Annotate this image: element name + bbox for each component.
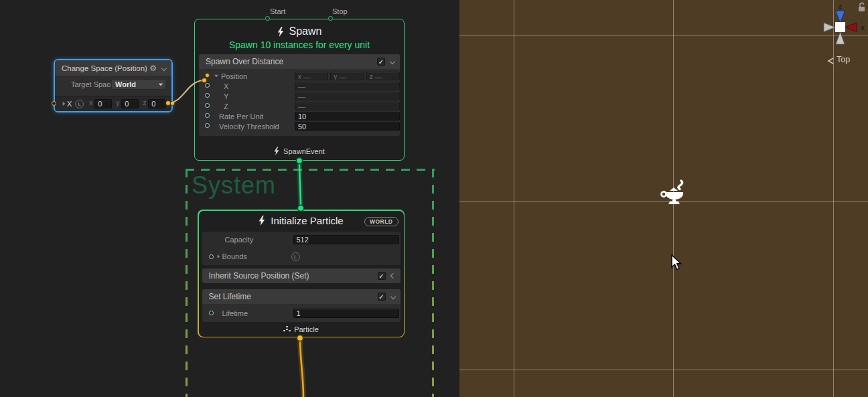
gizmo-x-axis-label: x	[861, 23, 865, 31]
bounds-local-badge[interactable]: L	[291, 252, 300, 261]
particle-output-row: Particle	[199, 325, 404, 333]
gizmo-center-cube	[835, 22, 845, 32]
scene-grid-line	[459, 35, 868, 35]
x-port[interactable]	[205, 83, 210, 88]
spawn-event-output-row: SpawnEvent	[195, 147, 404, 155]
spawn-title: Spawn	[289, 25, 322, 37]
y-port[interactable]	[205, 93, 210, 98]
initialize-title: Initialize Particle	[271, 215, 343, 226]
capacity-field[interactable]: 512	[293, 235, 399, 244]
gizmo-z-axis-cone	[836, 11, 845, 23]
stop-flow-port[interactable]	[328, 16, 333, 21]
z-port[interactable]	[205, 103, 210, 108]
system-group-border-right	[432, 169, 434, 397]
spawn-over-distance-header[interactable]: Spawn Over Distance ✓	[199, 54, 400, 69]
rate-per-unit-port[interactable]	[205, 113, 210, 118]
dropdown-arrow-icon	[159, 84, 163, 86]
scene-view[interactable]: z x /* gizmo labels bound below */ Top	[459, 0, 868, 397]
collapse-chevron-icon[interactable]	[161, 65, 167, 70]
velocity-threshold-label: Velocity Threshold	[219, 123, 279, 131]
block-enabled-checkbox[interactable]: ✓	[377, 58, 385, 66]
z-value-field[interactable]: 0	[148, 99, 165, 108]
z-label: Z	[224, 102, 228, 110]
spawn-title-row: Spawn	[195, 25, 404, 37]
initialize-settings-panel: Capacity 512 Bounds L	[202, 232, 401, 265]
vfx-graph-canvas[interactable]: System Start Stop Change Space (Position…	[0, 0, 459, 397]
lightning-bolt-icon	[274, 147, 279, 155]
y-field[interactable]: —	[295, 92, 400, 100]
z-field[interactable]: —	[295, 102, 400, 110]
local-space-badge[interactable]: L	[75, 100, 84, 108]
gizmo-x-axis-cone	[845, 23, 857, 32]
spawn-stop-port-label: Stop	[332, 7, 348, 15]
block-collapsed-chevron-icon[interactable]	[390, 272, 395, 278]
settings-gear-icon[interactable]: ⚙	[149, 64, 157, 72]
start-flow-port[interactable]	[265, 16, 270, 21]
view-orientation-label[interactable]: Top	[837, 55, 850, 64]
gizmo-minus-x-cone	[824, 23, 835, 32]
x-value-field[interactable]: 0	[94, 99, 112, 108]
block-title: Inherit Source Position (Set)	[209, 271, 378, 281]
scene-grid-line	[459, 370, 868, 370]
x-field[interactable]: —	[295, 82, 400, 90]
lightning-bolt-icon	[277, 27, 284, 37]
bounds-label: Bounds	[222, 252, 247, 260]
lifetime-label: Lifetime	[222, 309, 248, 317]
block-inherit-source-position[interactable]: Inherit Source Position (Set) ✓	[202, 268, 401, 283]
change-space-header[interactable]: Change Space (Position) ⚙	[55, 60, 171, 76]
position-expand-triangle[interactable]	[214, 75, 218, 78]
block-enabled-checkbox[interactable]: ✓	[378, 272, 386, 280]
visual-effect-lamp-icon[interactable]	[660, 179, 688, 208]
position-z-field: z—	[366, 72, 400, 80]
bounds-expand-triangle[interactable]	[217, 254, 220, 258]
node-initialize-particle[interactable]: Initialize Particle WORLD Capacity 512 B…	[198, 210, 405, 337]
block-enabled-checkbox[interactable]: ✓	[378, 293, 386, 301]
axis-z-label: z	[143, 99, 146, 108]
position-label: Position	[221, 72, 247, 80]
block-set-lifetime[interactable]: Set Lifetime ✓ Lifetime 1	[202, 289, 401, 322]
output-port-position[interactable]	[170, 101, 175, 106]
system-group-border-top	[186, 169, 435, 171]
scene-grid-line	[514, 0, 514, 397]
x-label: X	[224, 82, 228, 90]
rate-per-unit-label: Rate Per Unit	[219, 112, 263, 121]
view-axis-arrow-icon[interactable]	[826, 56, 835, 66]
gizmo-minus-z-cone	[836, 32, 845, 44]
particle-label: Particle	[294, 325, 319, 333]
axis-x-label: x	[89, 99, 92, 108]
node-spawn[interactable]: Spawn Spawn 10 instances for every unit …	[194, 19, 405, 161]
block-spawn-over-distance[interactable]: Spawn Over Distance ✓ Position x— y— z—	[199, 54, 400, 136]
input-port-x[interactable]	[52, 101, 56, 106]
position-y-field: y—	[330, 72, 364, 80]
gizmo-z-axis-label: z	[839, 2, 843, 10]
block-title: Set Lifetime	[209, 292, 378, 301]
world-space-badge[interactable]: WORLD	[364, 217, 399, 226]
velocity-threshold-port[interactable]	[205, 123, 210, 128]
system-group-label: System	[192, 171, 276, 200]
lightning-bolt-icon	[259, 216, 265, 226]
position-port[interactable]	[205, 73, 210, 78]
change-space-title: Change Space (Position)	[60, 64, 149, 72]
lifetime-field[interactable]: 1	[293, 309, 399, 318]
change-space-io-row: X L x0 y0 z0	[55, 96, 171, 111]
y-label: Y	[224, 92, 228, 100]
capacity-label: Capacity	[225, 236, 254, 244]
expand-triangle-icon[interactable]	[63, 102, 66, 106]
target-space-label: Target Space	[71, 80, 115, 88]
spawn-subtitle: Spawn 10 instances for every unit	[195, 39, 404, 50]
velocity-threshold-field[interactable]: 50	[295, 122, 400, 131]
y-value-field[interactable]: 0	[121, 99, 139, 108]
block-title: Spawn Over Distance	[206, 57, 377, 66]
rotation-lock-icon[interactable]	[857, 2, 866, 12]
axis-y-label: y	[116, 99, 119, 108]
block-collapse-chevron-icon[interactable]	[390, 293, 395, 299]
block-collapse-chevron-icon[interactable]	[390, 59, 395, 64]
particle-icon	[283, 326, 291, 333]
bounds-port[interactable]	[209, 254, 214, 259]
target-space-dropdown[interactable]: World	[111, 79, 166, 90]
lifetime-port[interactable]	[209, 311, 214, 315]
position-x-field: x—	[295, 72, 328, 80]
unity-window: System Start Stop Change Space (Position…	[0, 0, 868, 397]
node-change-space-position[interactable]: Change Space (Position) ⚙ Target Space W…	[54, 59, 173, 112]
rate-per-unit-field[interactable]: 10	[295, 112, 400, 121]
